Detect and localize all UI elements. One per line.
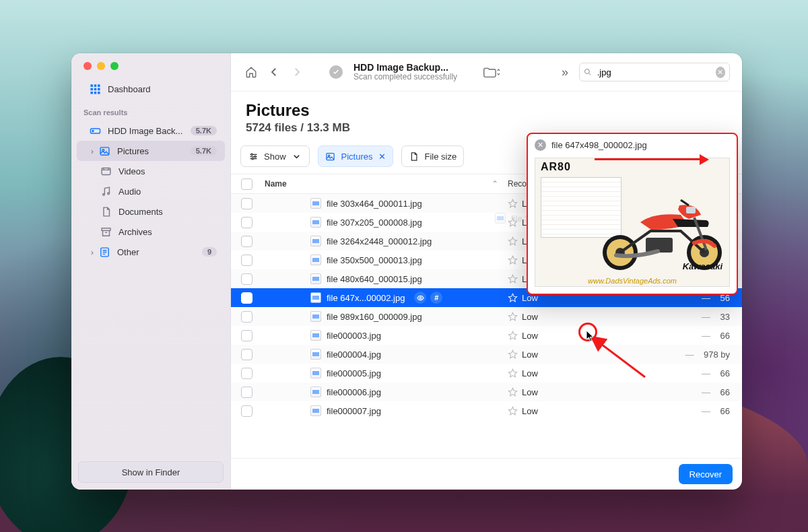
file-name: file 350x500_000013.jpg xyxy=(327,255,422,265)
chevron-right-icon: › xyxy=(89,247,96,257)
forward-button[interactable] xyxy=(289,64,305,80)
star-icon xyxy=(508,406,518,416)
star-icon xyxy=(508,236,518,246)
sidebar-item-documents[interactable]: Documents xyxy=(77,201,225,222)
remove-filter-icon[interactable]: ✕ xyxy=(378,152,386,162)
file-name: file000007.jpg xyxy=(327,406,381,416)
row-checkbox[interactable] xyxy=(241,387,252,398)
folder-dropdown-button[interactable] xyxy=(483,65,500,79)
recovery-value: Low xyxy=(522,406,538,416)
svg-point-21 xyxy=(252,158,254,160)
sidebar-item-label: Documents xyxy=(119,207,217,217)
column-name[interactable]: Name ⌃ xyxy=(262,179,508,189)
sort-indicator-icon: ⌃ xyxy=(492,179,498,189)
sidebar-item-audio[interactable]: Audio xyxy=(77,181,225,201)
file-name: file 303x464_000011.jpg xyxy=(327,199,422,209)
row-checkbox[interactable] xyxy=(241,255,252,266)
file-icon xyxy=(310,405,321,416)
toolbar-title: HDD Image Backup... Scan completed succe… xyxy=(354,62,457,82)
search-field[interactable]: ✕ xyxy=(579,63,730,81)
star-icon xyxy=(508,331,518,341)
close-window-button[interactable] xyxy=(83,62,92,70)
close-preview-button[interactable]: ✕ xyxy=(535,139,546,151)
recovery-value: Low xyxy=(522,312,538,322)
last-modified: — xyxy=(702,387,710,397)
pictures-filter-chip[interactable]: Pictures ✕ xyxy=(318,145,393,167)
sidebar-item-archives[interactable]: Archives xyxy=(77,222,225,242)
table-row[interactable]: file000003.jpgLow— 66 xyxy=(231,326,742,345)
document-icon xyxy=(100,205,112,218)
sidebar-item-hdd[interactable]: HDD Image Back... 5.7K xyxy=(77,121,225,141)
svg-point-15 xyxy=(107,192,109,194)
search-input[interactable] xyxy=(596,67,712,78)
sidebar-item-dashboard[interactable]: Dashboard xyxy=(77,79,225,99)
svg-rect-8 xyxy=(98,92,100,94)
sidebar-badge: 5.7K xyxy=(191,146,217,156)
star-icon xyxy=(508,368,518,378)
file-icon xyxy=(310,330,321,341)
file-size: 66 xyxy=(720,406,730,416)
svg-rect-16 xyxy=(102,228,110,230)
chevron-right-icon: › xyxy=(89,146,96,156)
file-name: file 647x...00002.jpg xyxy=(327,293,405,303)
table-row[interactable]: file000007.jpgLow— 66 xyxy=(231,401,742,420)
star-icon xyxy=(508,274,518,284)
table-row[interactable]: file000005.jpgLow— 66 xyxy=(231,364,742,383)
zoom-window-button[interactable] xyxy=(110,62,119,70)
clear-search-button[interactable]: ✕ xyxy=(716,67,725,78)
svg-rect-6 xyxy=(90,92,93,94)
file-size-filter-button[interactable]: File size xyxy=(401,145,465,167)
home-button[interactable] xyxy=(243,64,259,80)
table-row[interactable]: file 989x160_000009.jpgLow— 33 xyxy=(231,307,742,326)
row-checkbox[interactable] xyxy=(241,292,252,304)
svg-point-20 xyxy=(254,156,256,158)
archive-icon xyxy=(100,226,112,238)
sidebar-section-header: Scan results xyxy=(77,104,225,121)
sidebar: Dashboard Scan results HDD Image Back...… xyxy=(71,53,231,490)
file-name: file000005.jpg xyxy=(327,368,381,378)
sidebar-item-other[interactable]: › Other 9 xyxy=(77,242,225,262)
svg-rect-7 xyxy=(94,92,96,94)
file-size: 66 xyxy=(720,387,730,397)
picture-icon xyxy=(325,151,336,162)
hex-view-button[interactable]: # xyxy=(430,292,442,304)
file-name: file 989x160_000009.jpg xyxy=(327,312,422,322)
row-checkbox[interactable] xyxy=(241,405,252,417)
row-checkbox[interactable] xyxy=(241,273,252,285)
file-size: 978 by xyxy=(704,350,730,360)
file-icon xyxy=(310,236,321,246)
sidebar-item-pictures[interactable]: › Pictures 5.7K xyxy=(77,141,225,161)
sidebar-item-label: Other xyxy=(117,247,195,257)
svg-rect-2 xyxy=(98,84,100,87)
window-controls xyxy=(71,53,230,79)
file-name: file 3264x2448_000012.jpg xyxy=(327,236,432,246)
recover-button[interactable]: Recover xyxy=(679,464,733,484)
back-button[interactable] xyxy=(266,64,282,80)
row-checkbox[interactable] xyxy=(241,330,252,341)
show-in-finder-button[interactable]: Show in Finder xyxy=(78,461,224,483)
svg-rect-3 xyxy=(90,88,93,90)
sidebar-item-label: Pictures xyxy=(117,146,184,156)
select-all-checkbox[interactable] xyxy=(241,178,252,190)
preview-button[interactable] xyxy=(414,292,426,304)
file-name: file 480x640_000015.jpg xyxy=(327,274,422,284)
recovery-value: Low xyxy=(522,331,538,341)
row-checkbox[interactable] xyxy=(241,368,252,379)
row-checkbox[interactable] xyxy=(241,198,252,209)
show-filter-button[interactable]: Show xyxy=(240,145,310,167)
table-row[interactable]: file000006.jpgLow— 66 xyxy=(231,383,742,401)
table-row[interactable]: file000004.jpgLow— 978 by xyxy=(231,345,742,364)
search-icon xyxy=(584,67,592,77)
row-checkbox[interactable] xyxy=(241,217,252,228)
minimize-window-button[interactable] xyxy=(97,62,105,70)
last-modified: — xyxy=(702,312,710,322)
row-checkbox[interactable] xyxy=(241,311,252,323)
sidebar-item-videos[interactable]: Videos xyxy=(77,161,225,181)
svg-rect-5 xyxy=(98,88,100,90)
row-checkbox[interactable] xyxy=(241,236,252,247)
svg-point-10 xyxy=(92,130,93,131)
more-button[interactable]: » xyxy=(562,65,568,79)
row-checkbox[interactable] xyxy=(241,349,252,360)
svg-rect-32 xyxy=(686,207,696,213)
last-modified: — xyxy=(702,368,710,378)
